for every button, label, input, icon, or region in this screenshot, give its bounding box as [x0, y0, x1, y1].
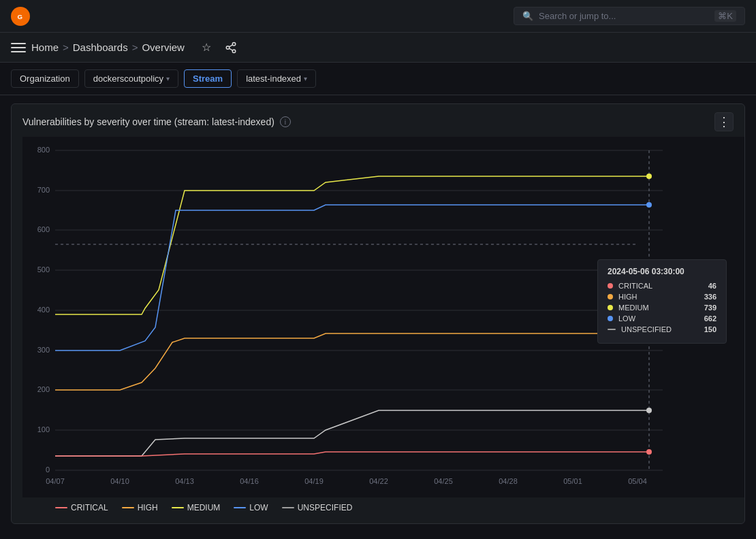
stream-filter-btn[interactable]: Stream	[184, 69, 232, 88]
indexed-chevron-icon: ▾	[304, 75, 307, 82]
svg-text:05/04: 05/04	[628, 477, 647, 485]
svg-text:500: 500	[37, 265, 50, 274]
tooltip-value-high: 336	[704, 293, 716, 301]
search-placeholder: Search or jump to...	[539, 11, 616, 21]
legend-label-medium: MEDIUM	[187, 503, 221, 512]
breadcrumb-dashboards[interactable]: Dashboards	[73, 42, 128, 53]
tooltip-value-low: 662	[704, 314, 716, 323]
tooltip-dot-low	[608, 316, 613, 321]
svg-text:200: 200	[37, 385, 50, 393]
chart-tooltip: 2024-05-06 03:30:00 CRITICAL 46 HIGH 336…	[597, 259, 727, 344]
breadcrumb: Home > Dashboards > Overview	[31, 42, 185, 53]
panel-header: Vulnerabilities by severity over time (s…	[22, 112, 734, 131]
svg-text:700: 700	[37, 186, 50, 194]
legend-item-unspecified: UNSPECIFIED	[282, 503, 353, 512]
svg-point-38	[646, 408, 652, 413]
tooltip-label-low: LOW	[618, 314, 699, 323]
breadcrumb-home[interactable]: Home	[31, 42, 59, 53]
legend-line-high	[122, 507, 134, 508]
indexed-label: latest-indexed	[246, 74, 301, 84]
legend-item-high: HIGH	[122, 503, 158, 512]
legend-label-low: LOW	[249, 503, 268, 512]
legend-item-critical: CRITICAL	[55, 503, 108, 512]
svg-text:04/19: 04/19	[304, 477, 324, 485]
svg-text:05/01: 05/01	[563, 477, 582, 485]
svg-text:300: 300	[37, 346, 50, 354]
breadcrumb-sep2: >	[132, 42, 138, 53]
svg-text:04/10: 04/10	[110, 477, 129, 485]
topbar: G 🔍 Search or jump to... ⌘K	[0, 0, 756, 33]
filterbar: Organization dockerscoutpolicy ▾ Stream …	[0, 63, 756, 95]
panel-title-text: Vulnerabilities by severity over time (s…	[22, 116, 274, 127]
svg-text:04/28: 04/28	[499, 477, 518, 485]
legend-item-low: LOW	[234, 503, 268, 512]
svg-text:0: 0	[46, 466, 50, 474]
svg-point-4	[232, 50, 236, 53]
nav-icons: ☆	[198, 39, 239, 56]
breadcrumb-current: Overview	[142, 42, 185, 53]
svg-text:04/13: 04/13	[175, 477, 194, 485]
tooltip-value-medium: 739	[704, 304, 716, 312]
kbd-hint: ⌘K	[714, 10, 736, 22]
chart-legend: CRITICAL HIGH MEDIUM LOW UNSPECIFIED	[22, 497, 734, 515]
tooltip-dot-high	[608, 294, 613, 299]
svg-text:G: G	[18, 12, 23, 20]
star-icon[interactable]: ☆	[198, 39, 215, 56]
svg-text:04/16: 04/16	[240, 477, 259, 485]
tooltip-row-high: HIGH 336	[608, 293, 716, 301]
svg-text:04/22: 04/22	[369, 477, 388, 485]
org-filter-btn[interactable]: Organization	[11, 69, 79, 88]
svg-text:800: 800	[37, 146, 50, 154]
svg-text:04/25: 04/25	[434, 477, 453, 485]
chart-panel: Vulnerabilities by severity over time (s…	[11, 103, 745, 524]
legend-line-critical	[55, 507, 67, 508]
main-content: Vulnerabilities by severity over time (s…	[0, 95, 756, 532]
tooltip-row-critical: CRITICAL 46	[608, 282, 716, 290]
legend-line-low	[234, 507, 246, 508]
tooltip-date: 2024-05-06 03:30:00	[608, 267, 716, 276]
legend-line-unspecified	[282, 507, 294, 508]
tooltip-dot-unspecified	[608, 329, 616, 330]
svg-text:04/07: 04/07	[46, 477, 65, 485]
svg-text:600: 600	[37, 225, 50, 233]
tooltip-dot-medium	[608, 305, 613, 310]
svg-point-2	[232, 42, 236, 46]
tooltip-value-critical: 46	[708, 282, 716, 290]
hamburger-menu-icon[interactable]	[11, 40, 26, 55]
breadcrumb-sep1: >	[63, 42, 69, 53]
tooltip-dot-critical	[608, 283, 613, 289]
policy-chevron-icon: ▾	[166, 75, 170, 82]
policy-filter-btn[interactable]: dockerscoutpolicy ▾	[84, 69, 178, 88]
svg-point-3	[226, 46, 230, 49]
svg-point-42	[646, 449, 652, 455]
tooltip-value-unspecified: 150	[704, 325, 716, 333]
policy-label: dockerscoutpolicy	[93, 74, 163, 84]
info-icon[interactable]: i	[280, 116, 291, 127]
legend-label-critical: CRITICAL	[71, 503, 108, 512]
tooltip-row-low: LOW 662	[608, 314, 716, 323]
tooltip-row-medium: MEDIUM 739	[608, 304, 716, 312]
legend-item-medium: MEDIUM	[172, 503, 221, 512]
tooltip-label-unspecified: UNSPECIFIED	[621, 325, 699, 333]
indexed-filter-btn[interactable]: latest-indexed ▾	[237, 69, 316, 88]
svg-line-5	[229, 48, 232, 50]
svg-point-40	[646, 202, 652, 208]
search-bar[interactable]: 🔍 Search or jump to... ⌘K	[514, 7, 745, 25]
tooltip-label-critical: CRITICAL	[618, 282, 703, 290]
chart-container: 0 100 200 300 400 500 600 700 800 04/07 …	[22, 137, 734, 497]
grafana-logo[interactable]: G	[11, 7, 30, 26]
legend-label-unspecified: UNSPECIFIED	[298, 503, 353, 512]
panel-title: Vulnerabilities by severity over time (s…	[22, 116, 291, 127]
legend-line-medium	[172, 507, 184, 508]
svg-line-6	[229, 44, 232, 46]
svg-point-39	[646, 174, 652, 179]
svg-text:100: 100	[37, 425, 50, 434]
svg-text:400: 400	[37, 306, 50, 314]
share-icon[interactable]	[223, 39, 239, 56]
legend-label-high: HIGH	[138, 503, 158, 512]
tooltip-label-high: HIGH	[618, 293, 699, 301]
panel-menu-button[interactable]: ⋮	[714, 112, 734, 131]
tooltip-label-medium: MEDIUM	[618, 304, 699, 312]
search-icon: 🔍	[522, 11, 533, 21]
topbar-left: G	[11, 7, 30, 26]
